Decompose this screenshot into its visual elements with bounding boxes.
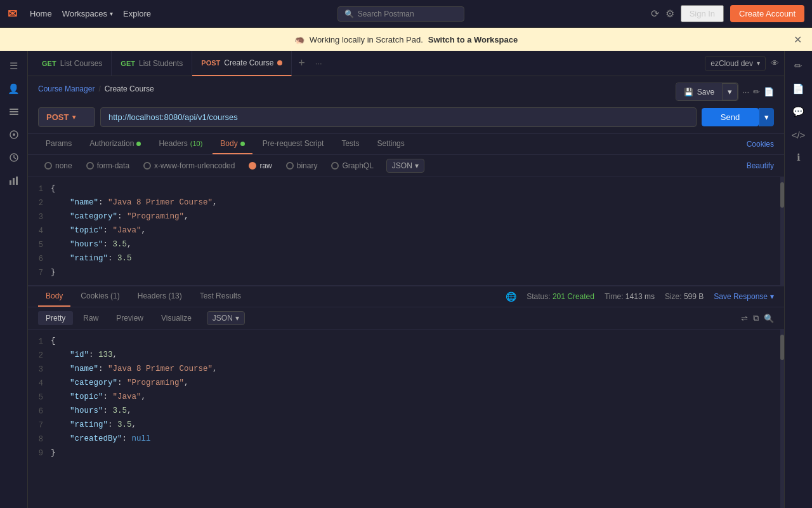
tab-label2: List Students: [139, 59, 183, 68]
main-layout: ☰ 👤 GET List Courses GET List Students: [0, 51, 812, 508]
size-value: 599 B: [684, 292, 704, 301]
body-active-dot: [240, 142, 245, 146]
tab-unsaved-dot: [277, 60, 282, 65]
method-selector[interactable]: POST ▾: [38, 107, 95, 127]
response-tab-headers[interactable]: Headers (13): [130, 286, 190, 307]
req-tab-headers[interactable]: Headers (10): [151, 134, 210, 154]
body-type-none[interactable]: none: [38, 159, 79, 173]
sidebar-icon-environments[interactable]: [4, 124, 24, 145]
time-label: Time:: [605, 292, 625, 301]
format-tab-pretty[interactable]: Pretty: [38, 311, 73, 325]
settings-icon[interactable]: ⚙: [665, 8, 674, 20]
copy-icon[interactable]: ⧉: [753, 313, 759, 323]
create-account-button[interactable]: Create Account: [730, 5, 804, 22]
format-tab-preview[interactable]: Preview: [108, 311, 151, 325]
sidebar-icon-user[interactable]: 👤: [4, 79, 24, 99]
res-code-line: 8 "createdBy": null: [28, 432, 784, 446]
more-options-icon[interactable]: ···: [742, 87, 749, 97]
svg-rect-0: [10, 109, 18, 110]
send-dropdown-button[interactable]: ▾: [759, 108, 774, 126]
request-scrollbar[interactable]: [780, 177, 784, 285]
right-icon-code[interactable]: </>: [789, 124, 809, 145]
tab-label3: Create Course: [224, 58, 273, 67]
left-sidebar: ☰ 👤: [0, 51, 28, 508]
sidebar-icon-collections[interactable]: [4, 102, 24, 122]
response-tab-test-results[interactable]: Test Results: [192, 286, 249, 307]
tab-more-button[interactable]: ···: [311, 58, 326, 68]
format-tab-raw[interactable]: Raw: [75, 311, 106, 325]
response-format-actions: ⇌ ⧉ 🔍: [741, 313, 774, 323]
search-response-icon[interactable]: 🔍: [764, 314, 774, 323]
tab-list-students[interactable]: GET List Students: [112, 51, 192, 76]
req-tab-tests[interactable]: Tests: [334, 134, 367, 154]
scratch-pad-banner: 🦔 Working locally in Scratch Pad. Switch…: [0, 28, 812, 51]
edit-icon[interactable]: ✏: [753, 87, 760, 97]
code-line: 2 "name": "Java 8 Primer Course",: [28, 196, 784, 210]
radio-graphql: [331, 162, 339, 170]
doc-icon[interactable]: 📄: [764, 87, 774, 97]
nav-workspaces[interactable]: Workspaces ▾: [62, 9, 113, 18]
json-format-selector[interactable]: JSON ▾: [386, 159, 424, 173]
url-input[interactable]: [100, 107, 697, 127]
tab-right-actions: ezCloud dev ▾ 👁: [705, 56, 779, 71]
body-type-raw[interactable]: raw: [242, 159, 278, 173]
cookies-link[interactable]: Cookies: [747, 140, 774, 149]
tab-method-get: GET: [42, 60, 56, 67]
response-format-selector[interactable]: JSON ▾: [207, 311, 245, 325]
body-type-graphql[interactable]: GraphQL: [325, 159, 379, 173]
response-scrollbar[interactable]: [780, 330, 784, 508]
workspace-selector[interactable]: ezCloud dev ▾: [705, 56, 766, 71]
response-tab-body[interactable]: Body: [38, 286, 70, 307]
preview-icon[interactable]: 👁: [771, 58, 779, 68]
save-response-button[interactable]: Save Response ▾: [714, 292, 774, 301]
send-button[interactable]: Send: [702, 108, 759, 126]
response-body-editor[interactable]: 1 { 2 "id": 133, 3 "name": "Java 8 Prime…: [28, 330, 784, 508]
nav-explore[interactable]: Explore: [123, 9, 151, 18]
tab-create-course[interactable]: POST Create Course: [192, 51, 292, 76]
right-icon-edit[interactable]: ✏: [789, 56, 809, 76]
filter-icon[interactable]: ⇌: [741, 314, 748, 323]
body-type-binary[interactable]: binary: [280, 159, 324, 173]
tab-list-courses[interactable]: GET List Courses: [33, 51, 112, 76]
res-code-line: 4 "category": "Programing",: [28, 377, 784, 391]
req-tab-body[interactable]: Body: [213, 134, 252, 154]
req-tab-pre-request[interactable]: Pre-request Script: [255, 134, 332, 154]
request-tabs: Params Authorization Headers (10) Body P…: [28, 134, 784, 155]
right-icon-doc[interactable]: 📄: [789, 79, 809, 99]
sign-in-button[interactable]: Sign In: [681, 5, 724, 22]
breadcrumb: Course Manager / Create Course: [38, 84, 154, 93]
tab-method-post: POST: [201, 59, 220, 67]
sidebar-icon-stats[interactable]: [4, 170, 24, 190]
response-tab-cookies[interactable]: Cookies (1): [73, 286, 127, 307]
radio-binary: [286, 162, 294, 170]
req-tab-settings[interactable]: Settings: [369, 134, 412, 154]
banner-link[interactable]: Switch to a Workspace: [428, 35, 518, 44]
request-body-editor[interactable]: 1 { 2 "name": "Java 8 Primer Course", 3 …: [28, 177, 784, 286]
search-bar[interactable]: 🔍 Search Postman: [337, 6, 464, 22]
req-tab-params[interactable]: Params: [38, 134, 79, 154]
req-tab-authorization[interactable]: Authorization: [82, 134, 148, 154]
nav-home[interactable]: Home: [30, 9, 52, 18]
response-scrollbar-thumb: [780, 335, 784, 360]
response-format-bar: Pretty Raw Preview Visualize JSON ▾ ⇌ ⧉ …: [28, 307, 784, 330]
response-status-bar: 🌐 Status: 201 Created Time: 1413 ms Size…: [506, 291, 774, 302]
right-icon-comment[interactable]: 💬: [789, 102, 809, 122]
tabs-bar: GET List Courses GET List Students POST …: [28, 51, 784, 76]
sidebar-icon-history[interactable]: [4, 147, 24, 168]
body-type-form-data[interactable]: form-data: [80, 159, 136, 173]
body-type-urlencoded[interactable]: x-www-form-urlencoded: [137, 159, 241, 173]
svg-rect-6: [10, 180, 11, 185]
beautify-button[interactable]: Beautify: [747, 161, 774, 170]
right-icon-info[interactable]: ℹ: [789, 147, 809, 168]
globe-icon: 🌐: [506, 291, 516, 302]
save-button[interactable]: 💾 Save: [676, 83, 722, 100]
tab-add-button[interactable]: +: [292, 57, 311, 70]
sidebar-icon-menu[interactable]: ☰: [4, 56, 24, 76]
code-line: 5 "hours": 3.5,: [28, 238, 784, 252]
save-dropdown-button[interactable]: ▾: [723, 83, 738, 100]
svg-rect-2: [10, 114, 18, 115]
breadcrumb-parent[interactable]: Course Manager: [38, 84, 95, 93]
code-line: 1 {: [28, 182, 784, 196]
banner-close-icon[interactable]: ✕: [794, 34, 802, 46]
format-tab-visualize[interactable]: Visualize: [154, 311, 199, 325]
